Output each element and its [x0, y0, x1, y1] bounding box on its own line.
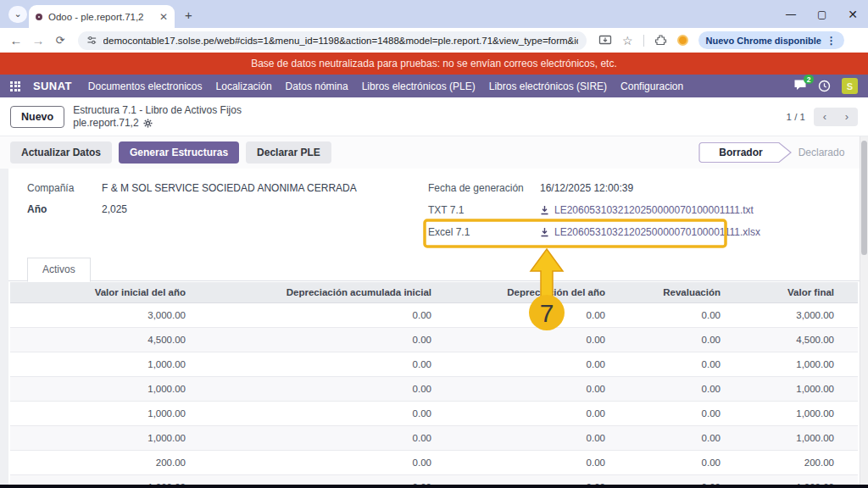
extensions-icon[interactable] — [654, 34, 667, 47]
cell-depreciacion-acumulada: 0.00 — [192, 352, 438, 377]
reload-button[interactable]: ⟳ — [53, 34, 68, 47]
table-row[interactable]: 4,500.00 0.00 0.00 0.00 4,500.00 — [10, 328, 858, 352]
browser-tab[interactable]: Odoo - ple.report.71,2 ✕ — [29, 5, 175, 28]
excel-file-name[interactable]: LE2060531032120250000070100001111.xlsx — [554, 226, 760, 238]
cell-depreciacion-anio: 0.00 — [438, 426, 612, 451]
cell-valor-final: 3,000.00 — [727, 303, 858, 328]
year-value[interactable]: 2,025 — [102, 203, 127, 215]
year-label: Año — [27, 203, 102, 215]
status-draft-label[interactable]: Borrador — [719, 147, 763, 158]
cell-revaluacion: 0.00 — [612, 328, 727, 352]
cell-valor-inicial: 1,000.00 — [10, 352, 192, 377]
cell-depreciacion-anio: 0.00 — [438, 377, 612, 402]
cell-depreciacion-anio: 0.00 — [438, 352, 612, 377]
table-row[interactable]: 1,000.00 0.00 0.00 0.00 1,000.00 — [10, 426, 858, 451]
activities-clock-icon[interactable] — [818, 80, 831, 92]
chrome-update-button[interactable]: Nuevo Chrome disponible ⋮ — [698, 31, 844, 49]
breadcrumb-record: ple.report.71,2 — [73, 117, 138, 130]
extension-icon[interactable] — [677, 35, 688, 46]
table-row[interactable]: 3,000.00 0.00 0.00 0.00 3,000.00 — [10, 303, 858, 328]
messages-button[interactable]: 2 — [793, 79, 807, 93]
site-settings-icon[interactable] — [86, 35, 97, 46]
odoo-main-nav: SUNAT Documentos electronicosLocalizació… — [0, 75, 868, 97]
chrome-update-label: Nuevo Chrome disponible — [706, 36, 821, 46]
vertical-scrollbar[interactable] — [860, 136, 868, 485]
address-bar[interactable]: democontable17.solse.pe/web#cids=1&menu_… — [78, 31, 587, 50]
declare-ple-button[interactable]: Declarar PLE — [246, 141, 331, 164]
cell-revaluacion: 0.00 — [612, 426, 727, 451]
table-row[interactable]: 200.00 0.00 0.00 0.00 200.00 — [10, 451, 858, 475]
cell-revaluacion: 0.00 — [612, 451, 727, 475]
generate-structures-button[interactable]: Generar Estructuras — [119, 141, 239, 164]
status-declared-label[interactable]: Declarado — [798, 147, 845, 158]
tab-search-button[interactable]: ⌄ — [8, 6, 27, 23]
tab-close-icon[interactable]: ✕ — [159, 11, 168, 23]
nav-menu-item[interactable]: Libros electrónicos (SIRE) — [489, 80, 607, 92]
breadcrumb-title[interactable]: Estructura 7.1 - Libro de Activos Fijos — [73, 104, 242, 117]
forward-button[interactable]: → — [31, 33, 46, 47]
table-row[interactable]: 1,000.00 0.00 0.00 0.00 1,000.00 — [10, 402, 858, 426]
table-column-header[interactable]: Valor inicial del año — [10, 282, 192, 303]
cell-depreciacion-acumulada: 0.00 — [192, 328, 438, 352]
cell-revaluacion: 0.00 — [612, 352, 727, 377]
apps-grid-icon[interactable] — [10, 81, 20, 92]
excel-file-label: Excel 7.1 — [428, 226, 540, 238]
cell-depreciacion-acumulada: 0.00 — [192, 475, 438, 485]
cell-depreciacion-acumulada: 0.00 — [192, 377, 438, 402]
banner-text: Base de datos neutralizada para pruebas:… — [251, 58, 617, 69]
tab-activos[interactable]: Activos — [27, 258, 91, 282]
txt-file-name[interactable]: LE2060531032120250000070100001111.txt — [554, 204, 754, 216]
txt-download-link[interactable]: LE2060531032120250000070100001111.txt — [540, 204, 754, 216]
pager-next-button[interactable]: › — [836, 108, 858, 126]
browser-titlebar: ⌄ Odoo - ple.report.71,2 ✕ + — ▢ ✕ — [0, 0, 868, 28]
cell-valor-inicial: 1,000.00 — [10, 402, 192, 426]
cell-depreciacion-acumulada: 0.00 — [192, 426, 438, 451]
update-data-button[interactable]: Actualizar Datos — [10, 141, 112, 164]
table-column-header[interactable]: Depreciación del año — [438, 282, 612, 303]
table-column-header[interactable]: Depreciación acumulada inicial — [192, 282, 438, 303]
pager-previous-button[interactable]: ‹ — [814, 108, 836, 126]
nav-menu-item[interactable]: Configuracion — [620, 80, 683, 92]
nav-menu-item[interactable]: Datos nómina — [286, 80, 348, 92]
bookmark-star-icon[interactable]: ☆ — [622, 34, 633, 47]
form-card: Compañía F & M SOL SERVICE SOCIEDAD ANON… — [8, 169, 860, 485]
cell-valor-final: 1,000.00 — [727, 426, 858, 451]
company-value[interactable]: F & M SOL SERVICE SOCIEDAD ANONIMA CERRA… — [102, 182, 357, 194]
company-label: Compañía — [27, 182, 102, 194]
install-icon[interactable] — [598, 35, 612, 47]
window-close-button[interactable]: ✕ — [848, 8, 858, 21]
cell-depreciacion-acumulada: 0.00 — [192, 402, 438, 426]
cell-depreciacion-anio: 0.00 — [438, 328, 612, 352]
generation-date-value: 16/12/2025 12:00:39 — [540, 182, 633, 194]
cell-valor-final: 1,000.00 — [727, 377, 858, 402]
cell-valor-inicial: 3,000.00 — [10, 303, 192, 328]
table-row[interactable]: 1,000.00 0.00 0.00 0.00 1,000.00 — [10, 377, 858, 402]
table-row[interactable]: 1,000.00 0.00 0.00 0.00 1,000.00 — [10, 475, 858, 485]
nav-menu-item[interactable]: Libros electrónicos (PLE) — [362, 80, 476, 92]
window-minimize-button[interactable]: — — [786, 8, 796, 20]
table-row[interactable]: 1,000.00 0.00 0.00 0.00 1,000.00 — [10, 352, 858, 377]
table-column-header[interactable]: Valor final — [727, 282, 858, 303]
nav-menu-item[interactable]: Localización — [216, 80, 272, 92]
new-tab-button[interactable]: + — [185, 8, 192, 22]
nav-menu-item[interactable]: Documentos electronicos — [88, 80, 203, 92]
app-brand[interactable]: SUNAT — [33, 80, 72, 92]
tab-title: Odoo - ple.report.71,2 — [48, 12, 153, 22]
cell-valor-inicial: 200.00 — [10, 451, 192, 475]
chrome-menu-icon[interactable]: ⋮ — [826, 35, 837, 47]
odoo-favicon-icon — [36, 14, 42, 20]
download-icon — [540, 205, 549, 215]
gear-icon[interactable] — [143, 119, 153, 128]
new-record-button[interactable]: Nuevo — [10, 106, 64, 128]
status-ribbon: Borrador Declarado — [698, 141, 849, 164]
scrollbar-thumb[interactable] — [861, 141, 867, 255]
generation-date-label: Fecha de generación — [428, 182, 540, 194]
cell-valor-inicial: 1,000.00 — [10, 426, 192, 451]
back-button[interactable]: ← — [8, 33, 24, 47]
window-bottom-edge — [0, 485, 868, 488]
table-column-header[interactable]: Revaluación — [612, 282, 727, 303]
window-maximize-button[interactable]: ▢ — [817, 8, 826, 20]
excel-download-link[interactable]: LE2060531032120250000070100001111.xlsx — [540, 226, 760, 238]
user-avatar[interactable]: S — [842, 78, 858, 94]
cell-revaluacion: 0.00 — [612, 402, 727, 426]
